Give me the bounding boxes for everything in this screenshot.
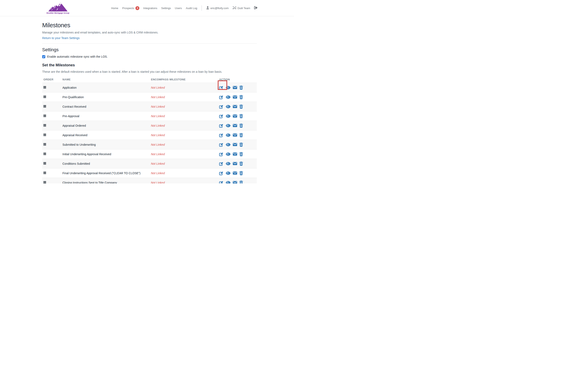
- edit-icon: [219, 162, 224, 166]
- milestone-name: Initial Underwriting Approval Received: [62, 152, 111, 156]
- drag-handle-icon[interactable]: [43, 152, 46, 155]
- envelope-icon: [233, 133, 237, 137]
- drag-handle-icon[interactable]: [43, 162, 46, 165]
- preview-milestone-button[interactable]: [226, 172, 231, 175]
- eye-icon: [226, 115, 231, 118]
- email-template-button[interactable]: [233, 86, 237, 89]
- preview-milestone-button[interactable]: [226, 105, 231, 108]
- sign-out-button[interactable]: [254, 6, 258, 10]
- encompass-milestone-status: Not Linked: [151, 143, 165, 146]
- page-title: Milestones: [42, 21, 257, 29]
- envelope-icon: [233, 105, 237, 108]
- edit-milestone-button[interactable]: [219, 162, 224, 166]
- edit-icon: [219, 95, 224, 99]
- preview-milestone-button[interactable]: [226, 86, 231, 89]
- edit-milestone-button[interactable]: [219, 142, 224, 147]
- drag-handle-icon[interactable]: [43, 143, 46, 146]
- brand-logo[interactable]: Boulder Mortgage Group: [47, 2, 69, 14]
- envelope-icon: [233, 124, 237, 127]
- edit-icon: [219, 171, 224, 175]
- trash-icon: [239, 162, 243, 166]
- edit-milestone-button[interactable]: [219, 105, 224, 109]
- preview-milestone-button[interactable]: [226, 152, 231, 156]
- nav-settings[interactable]: Settings: [161, 7, 171, 10]
- milestone-row: Closing Instructions Sent to Title Compa…: [42, 178, 257, 184]
- delete-milestone-button[interactable]: [239, 105, 243, 109]
- edit-milestone-button[interactable]: [219, 152, 224, 156]
- edit-milestone-button[interactable]: [219, 181, 224, 184]
- email-template-button[interactable]: [233, 133, 237, 137]
- edit-icon: [219, 181, 224, 184]
- nav-users[interactable]: Users: [175, 7, 182, 10]
- drag-handle-icon[interactable]: [43, 181, 46, 184]
- trash-icon: [239, 142, 243, 147]
- user-icon: [206, 6, 209, 10]
- drag-handle-icon[interactable]: [43, 172, 46, 174]
- delete-milestone-button[interactable]: [239, 124, 243, 128]
- drag-handle-icon[interactable]: [43, 115, 46, 117]
- settings-heading: Settings: [42, 47, 257, 53]
- milestone-row: Appraisal Received Not Linked: [42, 130, 257, 140]
- delete-milestone-button[interactable]: [239, 133, 243, 137]
- email-template-button[interactable]: [233, 124, 237, 127]
- nav-integrations[interactable]: Integrations: [143, 7, 157, 10]
- drag-handle-icon[interactable]: [43, 95, 46, 98]
- milestone-name: Closing Instructions Sent to Title Compa…: [62, 181, 117, 184]
- edit-milestone-button[interactable]: [219, 114, 224, 118]
- page-subtitle: Manage your milestones and email templat…: [42, 30, 257, 34]
- trash-icon: [239, 171, 243, 175]
- preview-milestone-button[interactable]: [226, 115, 231, 118]
- milestone-name: Submitted to Underwriting: [62, 143, 96, 146]
- edit-milestone-button[interactable]: [219, 124, 224, 128]
- email-template-button[interactable]: [233, 143, 237, 146]
- preview-milestone-button[interactable]: [226, 181, 231, 184]
- nav-prospects[interactable]: Prospects 3: [122, 6, 139, 10]
- email-template-button[interactable]: [233, 162, 237, 165]
- return-to-team-settings-link[interactable]: Return to your Team Settings: [42, 36, 80, 40]
- preview-milestone-button[interactable]: [226, 143, 231, 146]
- trash-icon: [239, 95, 243, 99]
- user-menu[interactable]: eric@floify.com: [206, 6, 229, 10]
- email-template-button[interactable]: [233, 95, 237, 99]
- edit-milestone-button[interactable]: [219, 95, 224, 99]
- edit-milestone-button[interactable]: [219, 171, 224, 175]
- envelope-icon: [233, 152, 237, 156]
- email-template-button[interactable]: [233, 115, 237, 117]
- preview-milestone-button[interactable]: [226, 133, 231, 137]
- nav-home[interactable]: Home: [111, 7, 118, 10]
- delete-milestone-button[interactable]: [239, 152, 243, 156]
- encompass-milestone-status: Not Linked: [151, 133, 165, 137]
- delete-milestone-button[interactable]: [239, 95, 243, 99]
- eye-icon: [226, 133, 231, 137]
- edit-milestone-button[interactable]: [219, 85, 224, 90]
- delete-milestone-button[interactable]: [239, 114, 243, 118]
- email-template-button[interactable]: [233, 172, 237, 175]
- milestone-row: Pre-Approval Not Linked: [42, 111, 257, 121]
- preview-milestone-button[interactable]: [226, 95, 231, 99]
- preview-milestone-button[interactable]: [226, 162, 231, 165]
- drag-handle-icon[interactable]: [43, 124, 46, 127]
- delete-milestone-button[interactable]: [239, 162, 243, 166]
- encompass-milestone-status: Not Linked: [151, 172, 165, 175]
- drag-handle-icon[interactable]: [43, 105, 46, 108]
- email-template-button[interactable]: [233, 152, 237, 156]
- preview-milestone-button[interactable]: [226, 124, 231, 127]
- drag-handle-icon[interactable]: [43, 86, 46, 89]
- team-switcher[interactable]: Dutil Team: [233, 6, 250, 10]
- nav-audit-log[interactable]: Audit Log: [186, 7, 197, 10]
- trash-icon: [239, 133, 243, 137]
- set-milestones-description: These are the default milestones used wh…: [42, 70, 257, 74]
- edit-milestone-button[interactable]: [219, 133, 224, 137]
- delete-milestone-button[interactable]: [239, 171, 243, 175]
- encompass-milestone-status: Not Linked: [151, 86, 165, 89]
- email-template-button[interactable]: [233, 181, 237, 184]
- delete-milestone-button[interactable]: [239, 85, 243, 90]
- email-template-button[interactable]: [233, 105, 237, 108]
- delete-milestone-button[interactable]: [239, 181, 243, 184]
- milestone-name: Conditions Submitted: [62, 162, 90, 165]
- checkmark-icon: [42, 56, 45, 58]
- drag-handle-icon[interactable]: [43, 133, 46, 136]
- milestone-sync-checkbox[interactable]: [42, 55, 45, 58]
- delete-milestone-button[interactable]: [239, 142, 243, 147]
- milestones-table: ORDER NAME ENCOMPASS MILESTONE ACTION Ap…: [42, 76, 257, 184]
